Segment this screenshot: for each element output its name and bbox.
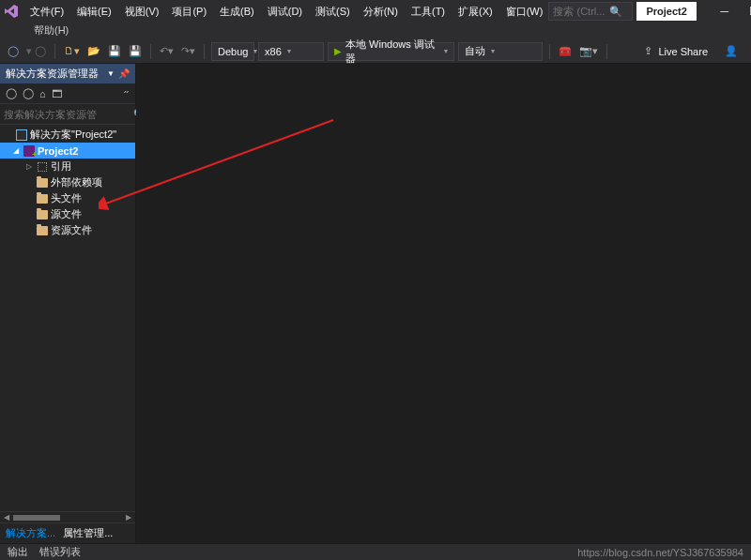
chevron-down-icon: ▼ (107, 69, 115, 78)
folder-icon (36, 224, 49, 237)
save-all-icon[interactable]: 💾 (127, 42, 144, 61)
collapse-icon[interactable]: ◢ (11, 146, 21, 155)
menu-build[interactable]: 生成(B) (214, 2, 260, 22)
title-search[interactable]: 🔍 (548, 2, 633, 21)
auto-value: 自动 (465, 44, 485, 58)
menu-test[interactable]: 测试(S) (310, 2, 356, 22)
menu-debug[interactable]: 调试(D) (262, 2, 308, 22)
main-area: 解决方案资源管理器 ▼ 📌 ◯ ◯ ⌂ 🗔 ״ 🔍 ▾ 解决方案"Project… (0, 64, 751, 543)
editor-area (136, 64, 751, 543)
title-project-name: Project2 (636, 2, 696, 21)
scroll-right-icon[interactable]: ▶ (126, 513, 131, 522)
chevron-down-icon: ▾ (287, 47, 291, 55)
redo-icon[interactable]: ↷▾ (179, 42, 197, 61)
chevron-down-icon: ▾ (253, 47, 257, 55)
menu-file[interactable]: 文件(F) (24, 2, 69, 22)
tree-project-node[interactable]: ◢ Project2 (0, 143, 135, 159)
tree-node-label: 资源文件 (51, 223, 92, 237)
fwd-icon[interactable]: ◯ (23, 87, 34, 99)
watermark-url: https://blog.csdn.net/YSJ367635984 (577, 547, 743, 558)
save-icon[interactable]: 💾 (106, 42, 123, 61)
menu-help[interactable]: 帮助(H) (8, 22, 74, 38)
new-item-icon[interactable]: 🗋▾ (62, 42, 82, 61)
menu-extensions[interactable]: 扩展(X) (452, 2, 498, 22)
status-output[interactable]: 输出 (8, 545, 28, 559)
pane-title[interactable]: 解决方案资源管理器 ▼ 📌 (0, 64, 135, 83)
title-search-input[interactable] (553, 6, 609, 17)
liveshare-label[interactable]: Live Share (658, 46, 708, 57)
nav-fwd-button[interactable]: ▾ ◯ (24, 42, 48, 61)
folder-icon (36, 208, 49, 221)
main-menu: 文件(F) 编辑(E) 视图(V) 项目(P) 生成(B) 调试(D) 测试(S… (24, 2, 548, 22)
pane-search[interactable]: 🔍 ▾ (0, 104, 135, 125)
expand-icon[interactable]: ▷ (24, 162, 34, 171)
auto-dropdown[interactable]: 自动 ▾ (458, 42, 543, 61)
menu-window[interactable]: 窗口(W) (500, 2, 549, 22)
main-toolbar: ◯ ▾ ◯ 🗋▾ 📂 💾 💾 ↶▾ ↷▾ Debug ▾ x86 ▾ ▶ 本地 … (0, 39, 751, 64)
platform-value: x86 (265, 46, 282, 57)
tree-node-external-deps[interactable]: 外部依赖项 (0, 174, 135, 190)
folder-icon (36, 176, 49, 189)
tree-node-headers[interactable]: 头文件 (0, 190, 135, 206)
menu-project[interactable]: 项目(P) (166, 2, 212, 22)
tab-property-manager[interactable]: 属性管理... (63, 526, 113, 540)
tree-solution-node[interactable]: 解决方案"Project2" (0, 127, 135, 143)
solution-explorer-pane: 解决方案资源管理器 ▼ 📌 ◯ ◯ ⌂ 🗔 ״ 🔍 ▾ 解决方案"Project… (0, 64, 136, 543)
home-icon[interactable]: ⌂ (39, 88, 46, 99)
title-bar: 文件(F) 编辑(E) 视图(V) 项目(P) 生成(B) 调试(D) 测试(S… (0, 0, 751, 23)
tab-solution-explorer[interactable]: 解决方案... (6, 526, 55, 540)
tree-node-source[interactable]: 源文件 (0, 206, 135, 222)
tree-node-label: 外部依赖项 (51, 175, 102, 189)
account-icon[interactable]: 👤 (723, 42, 740, 61)
back-icon[interactable]: ◯ (6, 87, 17, 99)
project-label: Project2 (38, 145, 78, 157)
camera-icon[interactable]: 📷▾ (577, 42, 600, 61)
separator (549, 44, 550, 59)
config-dropdown[interactable]: Debug ▾ (211, 42, 254, 61)
separator (606, 44, 607, 59)
scroll-left-icon[interactable]: ◀ (4, 513, 9, 522)
debugger-value: 本地 Windows 调试器 (345, 38, 440, 66)
chevron-down-icon: ▾ (491, 47, 495, 55)
nav-back-button[interactable]: ◯ (6, 42, 21, 61)
menu-edit[interactable]: 编辑(E) (71, 2, 117, 22)
open-icon[interactable]: 📂 (85, 42, 102, 61)
separator (204, 44, 205, 59)
pane-title-label: 解决方案资源管理器 (6, 67, 99, 81)
solution-tree: 解决方案"Project2" ◢ Project2 ▷ 引用 外部依赖项 头文件 (0, 125, 135, 511)
refresh-icon[interactable]: 🗔 (52, 88, 62, 99)
references-icon (36, 160, 49, 174)
tree-node-label: 引用 (51, 159, 71, 174)
debugger-dropdown[interactable]: ▶ 本地 Windows 调试器 ▾ (328, 42, 454, 61)
menu-view[interactable]: 视图(V) (119, 2, 165, 22)
status-errorlist[interactable]: 错误列表 (39, 545, 81, 559)
pin-icon[interactable]: 📌 (118, 68, 130, 79)
side-pane-tabs: 解决方案... 属性管理... (0, 522, 135, 543)
folder-icon (36, 192, 49, 205)
platform-dropdown[interactable]: x86 ▾ (258, 42, 324, 61)
tree-node-label: 头文件 (51, 191, 82, 205)
horizontal-scrollbar[interactable]: ◀ ▶ (0, 511, 135, 522)
tree-node-label: 源文件 (51, 207, 82, 221)
maximize-button[interactable]: ☐ (740, 1, 751, 22)
solution-icon (15, 129, 28, 142)
pane-search-input[interactable] (4, 109, 133, 120)
chevron-down-icon: ▾ (444, 47, 448, 55)
liveshare-icon[interactable]: ⇪ (644, 45, 652, 57)
vs-logo-icon (4, 3, 19, 20)
toolbox-icon[interactable]: 🧰 (557, 42, 574, 61)
scrollbar-thumb[interactable] (13, 515, 60, 521)
menu-tools[interactable]: 工具(T) (406, 2, 451, 22)
separator (150, 44, 151, 59)
tree-node-resource[interactable]: 资源文件 (0, 222, 135, 238)
tree-node-references[interactable]: ▷ 引用 (0, 159, 135, 174)
play-icon: ▶ (334, 46, 342, 56)
project-icon (23, 144, 36, 158)
menu-analyze[interactable]: 分析(N) (358, 2, 404, 22)
minimize-button[interactable]: ─ (710, 1, 740, 22)
solution-label: 解决方案"Project2" (30, 128, 116, 142)
separator (54, 44, 55, 59)
svg-line-0 (103, 120, 333, 204)
more-icon[interactable]: ״ (123, 87, 130, 99)
undo-icon[interactable]: ↶▾ (158, 42, 176, 61)
